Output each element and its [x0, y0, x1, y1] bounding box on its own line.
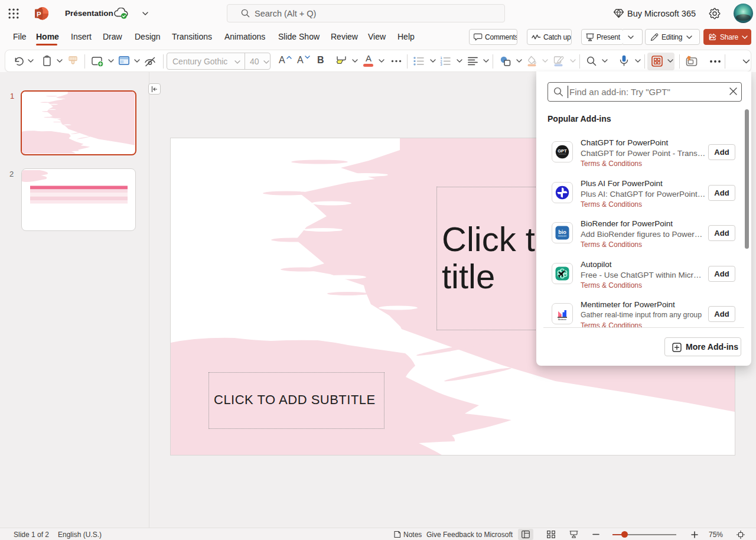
svg-text:3: 3: [441, 63, 442, 66]
svg-text:GPT: GPT: [558, 148, 567, 154]
svg-text:P: P: [37, 11, 41, 18]
svg-text:bio: bio: [558, 229, 566, 235]
svg-text:RENDER: RENDER: [558, 235, 567, 238]
svg-text:Mentimeter: Mentimeter: [558, 318, 566, 321]
